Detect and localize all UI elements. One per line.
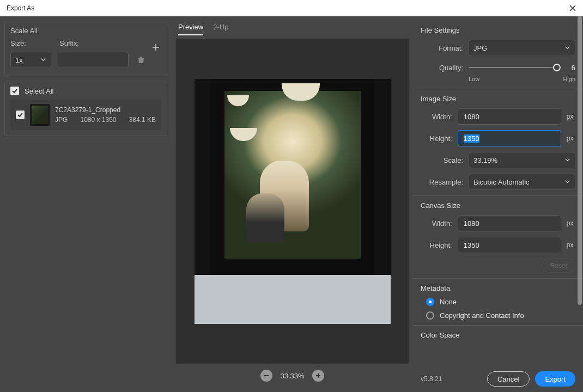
scale-value: 33.19% <box>473 156 497 164</box>
size-label: Size: <box>10 39 54 47</box>
canvas-height-input[interactable] <box>458 237 561 253</box>
metadata-copyright-radio[interactable]: Copyright and Contact Info <box>426 311 575 320</box>
metadata-title: Metadata <box>421 284 575 292</box>
window-title: Export As <box>7 4 34 12</box>
chevron-down-icon <box>564 178 570 186</box>
canvas-width-label: Width: <box>421 219 452 228</box>
img-width-input[interactable] <box>458 108 561 125</box>
quality-low-label: Low <box>469 76 479 82</box>
suffix-input[interactable] <box>58 52 129 68</box>
scale-all-group: Scale All Size: Suffix: 1x <box>4 22 167 76</box>
px-unit: px <box>567 134 575 142</box>
zoom-level: 33.33% <box>280 372 304 380</box>
resample-label: Resample: <box>421 178 463 186</box>
canvas-size-title: Canvas Size <box>421 201 575 210</box>
img-height-label: Height: <box>421 134 452 143</box>
settings-scrollbar[interactable] <box>576 16 582 359</box>
asset-dimensions: 1080 x 1350 <box>80 116 116 124</box>
zoom-out-button[interactable] <box>260 370 272 382</box>
preview-panel: Preview 2-Up 33.33% <box>172 16 413 392</box>
titlebar: Export As <box>0 0 583 16</box>
radio-unselected-icon <box>426 311 434 320</box>
image-size-title: Image Size <box>421 95 575 103</box>
chevron-down-icon <box>564 44 570 52</box>
tab-2up[interactable]: 2-Up <box>213 23 228 35</box>
select-all-row[interactable]: Select All <box>10 87 161 95</box>
quality-label: Quality: <box>421 64 463 72</box>
suffix-label: Suffix: <box>59 39 103 47</box>
resample-value: Bicubic Automatic <box>473 178 530 186</box>
tab-preview[interactable]: Preview <box>178 23 203 35</box>
file-settings-title: File Settings <box>421 26 575 34</box>
chevron-down-icon <box>564 156 570 164</box>
chevron-down-icon <box>40 56 46 64</box>
format-label: Format: <box>421 44 463 52</box>
quality-slider-thumb[interactable] <box>553 64 561 71</box>
radio-selected-icon <box>426 298 434 306</box>
img-height-input[interactable] <box>458 130 561 146</box>
canvas-height-label: Height: <box>421 241 452 249</box>
color-space-title: Color Space <box>421 331 575 339</box>
asset-list-group: Select All 7C2A3279-1_Cropped JPG 1080 x… <box>4 82 167 136</box>
scale-dropdown[interactable]: 33.19% <box>469 152 575 168</box>
add-scale-button[interactable] <box>150 42 161 53</box>
format-dropdown[interactable]: JPG <box>469 40 575 56</box>
px-unit: px <box>567 219 575 227</box>
quality-high-label: High <box>563 76 575 82</box>
delete-scale-button[interactable] <box>135 54 147 66</box>
select-all-label: Select All <box>25 87 53 95</box>
close-icon[interactable] <box>569 4 576 12</box>
quality-value: 6 <box>562 64 575 72</box>
scrollbar-thumb[interactable] <box>578 16 582 305</box>
asset-row[interactable]: 7C2A3279-1_Cropped JPG 1080 x 1350 384.1… <box>10 100 161 130</box>
preview-canvas[interactable] <box>176 39 409 364</box>
select-all-checkbox[interactable] <box>10 87 19 95</box>
canvas-width-input[interactable] <box>458 215 561 231</box>
format-value: JPG <box>473 44 487 52</box>
metadata-none-radio[interactable]: None <box>426 298 575 306</box>
left-panel: Scale All Size: Suffix: 1x <box>0 16 172 392</box>
reset-button[interactable]: Reset <box>542 259 575 273</box>
px-unit: px <box>567 113 575 120</box>
resample-dropdown[interactable]: Bicubic Automatic <box>469 174 575 190</box>
size-dropdown[interactable]: 1x <box>10 52 51 68</box>
asset-format: JPG <box>55 116 68 124</box>
asset-thumbnail <box>30 104 50 126</box>
metadata-none-label: None <box>440 298 457 306</box>
cancel-button[interactable]: Cancel <box>487 371 530 387</box>
zoom-in-button[interactable] <box>312 370 324 382</box>
size-value: 1x <box>15 56 23 64</box>
metadata-copyright-label: Copyright and Contact Info <box>440 311 524 320</box>
scale-label: Scale: <box>421 156 463 164</box>
px-unit: px <box>567 241 575 249</box>
asset-checkbox[interactable] <box>16 111 25 119</box>
preview-image <box>195 79 391 324</box>
img-width-label: Width: <box>421 113 452 121</box>
version-label: v5.8.21 <box>421 375 442 383</box>
scale-all-title: Scale All <box>10 27 161 35</box>
asset-filesize: 384.1 KB <box>129 116 156 124</box>
export-button[interactable]: Export <box>535 371 575 387</box>
quality-slider[interactable] <box>469 62 557 74</box>
asset-filename: 7C2A3279-1_Cropped <box>55 106 156 114</box>
settings-panel: File Settings Format: JPG Quality: 6 Low… <box>413 16 583 392</box>
footer: v5.8.21 Cancel Export <box>413 367 583 392</box>
